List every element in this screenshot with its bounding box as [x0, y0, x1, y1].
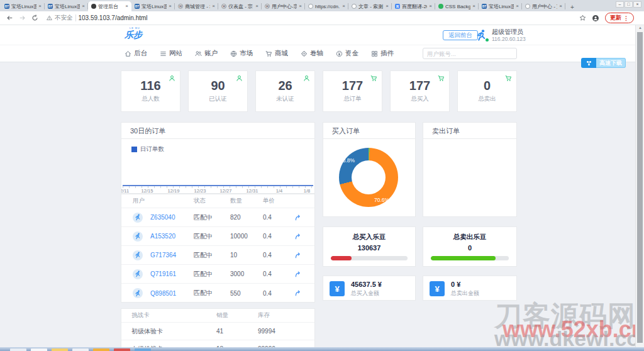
taskbar-item[interactable] [93, 348, 109, 351]
nav-item-funds[interactable]: 资金 [336, 49, 358, 58]
globe-favicon [352, 4, 357, 9]
browser-tab[interactable]: https://cdn.× [305, 1, 348, 11]
browser-tab[interactable]: 文章 - 索测× [348, 1, 392, 11]
chrome-update-button[interactable]: 更新 ⋮ [605, 13, 634, 23]
browser-tab[interactable]: W仪表盘 - 宗× [218, 1, 262, 11]
chart-legend[interactable]: 日订单数 [131, 145, 164, 153]
tab-close-icon[interactable]: × [212, 4, 215, 9]
nav-item-plugins[interactable]: 插件 [371, 49, 394, 58]
tab-close-icon[interactable]: × [342, 4, 345, 9]
tab-title: 宝塔Linux面 [55, 3, 80, 10]
browser-tab[interactable]: W用户中心-宗× [262, 1, 305, 11]
tab-close-icon[interactable]: × [169, 4, 172, 9]
tab-close-icon[interactable]: × [472, 4, 475, 9]
new-tab-button[interactable]: + [567, 3, 577, 11]
browser-tab[interactable]: BT宝塔Linux面× [1, 1, 45, 11]
share-arrow-icon[interactable] [294, 289, 302, 297]
taskbar-item[interactable] [52, 348, 68, 351]
user-link[interactable]: Q898501 [150, 290, 194, 297]
taskbar-item[interactable] [114, 348, 130, 351]
order-price: 0.4 [263, 233, 294, 240]
share-arrow-icon[interactable] [294, 233, 302, 240]
nav-item-backend[interactable]: 后台 [125, 49, 147, 58]
browser-tab-active[interactable]: 管理后台× [88, 1, 131, 11]
browser-tab[interactable]: W商城管理 - 3× [175, 1, 218, 11]
windows-taskbar[interactable] [0, 347, 644, 351]
back-to-front-button[interactable]: 返回前台 [443, 30, 478, 40]
runner-icon [135, 214, 142, 221]
browser-tab[interactable]: 用户中心 - 页× [522, 1, 565, 11]
col-status: 状态 [194, 197, 230, 205]
tab-close-icon[interactable]: × [82, 4, 85, 9]
tab-title: 商城管理 - 3 [185, 3, 210, 10]
tab-close-icon[interactable]: × [255, 4, 258, 9]
tab-close-icon[interactable]: × [429, 4, 432, 9]
browser-tab[interactable]: BT宝塔Linux面× [479, 1, 522, 11]
url-text[interactable]: 103.59.103.7/admin.html [79, 14, 148, 21]
runner-icon [135, 252, 142, 259]
nav-item-website[interactable]: 网站 [160, 49, 182, 58]
taskbar-item[interactable] [72, 348, 89, 351]
tab-close-icon[interactable]: × [516, 4, 519, 9]
person-icon [236, 75, 243, 82]
admin-account[interactable]: 超级管理员 116.20.60.123 [475, 28, 526, 42]
share-arrow-icon[interactable] [294, 214, 302, 221]
main-nav: 后台 网站 账户 市场 商城 卷轴 资金 插件 [0, 45, 635, 62]
search-input[interactable] [423, 50, 514, 57]
table-row: 中级挑战卡 13 99996 [121, 340, 314, 347]
browser-tab[interactable]: CSS Backgr× [435, 1, 479, 11]
nav-item-accounts[interactable]: 账户 [195, 49, 218, 58]
table-header: 挑战卡 销量 库存 [121, 309, 314, 323]
nav-label: 市场 [240, 49, 253, 58]
tab-title: 百度翻译-20 [402, 3, 427, 10]
browser-tab[interactable]: 百百度翻译-20× [392, 1, 435, 11]
col-price: 单价 [263, 197, 294, 205]
taskbar-item[interactable] [135, 348, 151, 351]
user-link[interactable]: A153520 [150, 233, 194, 240]
security-chip[interactable]: 不安全 103.59.103.7/admin.html [47, 14, 148, 22]
taskbar-item[interactable] [31, 348, 47, 351]
reload-icon[interactable] [31, 14, 38, 21]
bookmark-star-icon[interactable] [579, 14, 586, 21]
back-icon[interactable] [6, 14, 13, 21]
x-tick-label: 12/19 [168, 188, 180, 194]
tab-close-icon[interactable]: × [559, 4, 562, 9]
user-link[interactable]: Z635040 [150, 214, 194, 221]
nav-item-scroll[interactable]: 卷轴 [301, 49, 323, 58]
forward-icon[interactable] [19, 14, 26, 21]
netdisk-download-badge[interactable]: 高速下载 [581, 58, 626, 68]
grid-icon [371, 50, 378, 57]
tab-close-icon[interactable]: × [125, 4, 128, 9]
tab-close-icon[interactable]: × [38, 4, 42, 9]
nav-item-mall[interactable]: 商城 [265, 49, 288, 58]
legend-label: 日订单数 [140, 145, 164, 153]
nav-item-market[interactable]: 市场 [230, 49, 253, 58]
col-user: 用户 [133, 197, 194, 205]
close-button[interactable]: × [633, 1, 641, 8]
gear-icon [301, 50, 308, 57]
share-arrow-icon[interactable] [294, 270, 302, 278]
tab-close-icon[interactable]: × [299, 4, 302, 9]
nav-label: 卷轴 [310, 49, 323, 58]
browser-tab[interactable]: BT宝塔Linux面× [131, 1, 175, 11]
browser-tab[interactable]: BT宝塔Linux面× [45, 1, 88, 11]
lebu-logo[interactable]: LE BU 乐步 [125, 27, 142, 40]
taskbar-item[interactable] [10, 348, 26, 351]
bean-title: 总买入乐豆 [323, 233, 415, 242]
scrollbar-thumb[interactable] [637, 32, 643, 343]
maximize-button[interactable]: □ [625, 1, 633, 8]
baota-favicon: BT [135, 4, 140, 9]
page-scrollbar[interactable]: ▲ [635, 25, 644, 347]
profile-icon[interactable] [592, 14, 599, 22]
chart-title: 30日的订单 [121, 123, 314, 139]
minimize-button[interactable]: – [616, 1, 624, 8]
col-qty: 数量 [230, 197, 263, 205]
list-icon [160, 50, 167, 57]
tab-close-icon[interactable]: × [386, 4, 389, 9]
user-link[interactable]: G717364 [150, 252, 194, 259]
share-arrow-icon[interactable] [294, 252, 302, 259]
table-row: Z635040 匹配中 820 0.4 [121, 208, 314, 227]
scroll-up-arrow[interactable]: ▲ [636, 26, 644, 30]
menu-dots-icon[interactable]: ⋮ [623, 15, 629, 21]
user-link[interactable]: Q719161 [150, 270, 194, 277]
